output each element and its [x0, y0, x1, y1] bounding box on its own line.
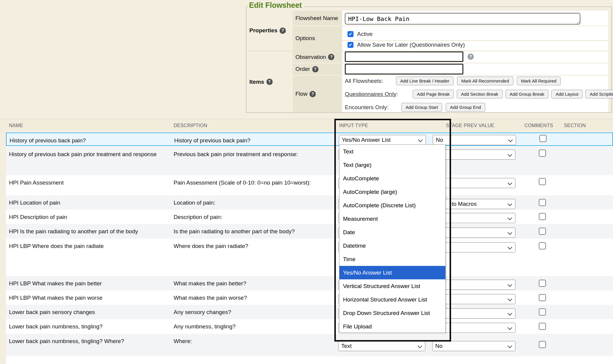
help-icon[interactable]: ? [280, 28, 286, 34]
row-description: History of previous back pain? [174, 136, 330, 144]
comments-checkbox[interactable] [539, 199, 546, 206]
comments-checkbox[interactable] [539, 213, 546, 220]
comments-checkbox[interactable] [539, 341, 546, 348]
comments-checkbox[interactable] [539, 280, 546, 287]
dropdown-option[interactable]: Time [339, 252, 445, 266]
comments-checkbox[interactable] [539, 294, 546, 301]
comments-checkbox[interactable] [539, 150, 546, 157]
table-row[interactable]: HPI LBP What makes the pain worseWhat ma… [6, 290, 613, 305]
observation-label: Observation ? [293, 51, 345, 63]
items-section-label: Items ? [246, 51, 296, 112]
order-input[interactable] [345, 64, 463, 74]
comments-checkbox[interactable] [539, 323, 546, 330]
flow-button[interactable]: Add Line Break / Header [396, 77, 453, 85]
dropdown-option[interactable]: Vertical Structured Answer List [339, 279, 445, 293]
row-name: HPI Location of pain [9, 199, 164, 207]
column-header-stage-prev-value: STAGE PREV VALUE [446, 123, 494, 128]
row-description: Description of pain: [174, 213, 330, 221]
flow-button[interactable]: Add Scriptlet [585, 90, 613, 98]
dropdown-option[interactable]: Yes/No Answer List [339, 266, 445, 279]
row-description: Is the pain radiating to another part of… [174, 227, 330, 235]
flow-button[interactable]: Add Group Break [506, 90, 549, 98]
dropdown-option[interactable]: Text (large) [339, 158, 445, 172]
help-icon[interactable]: ? [328, 54, 334, 60]
chevron-down-icon [508, 297, 512, 301]
help-icon[interactable]: ? [266, 79, 273, 85]
flow-line-questionnaires-only: Questionnaires Only: Add Page BreakAdd S… [345, 90, 613, 98]
flow-button[interactable]: Add Group Start [401, 103, 442, 112]
checked-checkbox[interactable]: ✔ [348, 31, 353, 37]
dropdown-option[interactable]: Horizontal Structured Answer List [339, 293, 445, 306]
input-type-select[interactable]: Yes/No Answer List [339, 135, 426, 145]
help-icon[interactable]: ? [309, 91, 316, 97]
dropdown-option[interactable]: AutoComplete [339, 172, 445, 185]
column-header-name: NAME [9, 123, 23, 128]
checked-checkbox[interactable]: ✔ [348, 42, 353, 48]
chevron-down-icon [508, 202, 512, 206]
flow-button[interactable]: Add Group End [446, 103, 485, 112]
items-table-body: History of previous back pain?History of… [6, 132, 613, 364]
order-label: Order ? [293, 63, 345, 75]
row-name: Lower back pain sensory changes [9, 308, 164, 316]
stage-prev-select[interactable]: No [432, 341, 515, 351]
row-name: Lower back pain numbness, tingling? Wher… [9, 337, 164, 345]
dropdown-option[interactable]: File Upload [339, 320, 445, 333]
comments-checkbox[interactable] [539, 242, 546, 249]
stage-prev-select[interactable]: No [433, 135, 516, 145]
edit-flowsheet-page: Edit Flowsheet Properties ? Items ? Flow… [0, 0, 613, 364]
row-description: Where: [174, 337, 330, 345]
table-row[interactable]: HPI Description of painDescription of pa… [6, 210, 613, 224]
dropdown-option[interactable]: Text [339, 145, 445, 158]
comments-checkbox[interactable] [539, 135, 547, 142]
flow-group-label: Questionnaires Only: [345, 91, 409, 98]
chevron-down-icon [508, 216, 512, 220]
flow-button[interactable]: Add Layout [551, 90, 582, 98]
properties-section-label: Properties ? [246, 11, 296, 50]
row-description: Any sensory changes? [174, 308, 330, 316]
row-description: Previous back pain prior treatment and r… [174, 150, 330, 158]
input-type-select[interactable]: Text [338, 341, 425, 351]
dropdown-option[interactable]: AutoComplete (Discrete List) [339, 199, 445, 212]
dropdown-option[interactable]: Datetime [339, 239, 445, 252]
row-name: HPI Description of pain [9, 213, 164, 221]
table-row[interactable]: History of previous back pain prior trea… [6, 147, 613, 175]
input-type-dropdown: TextText (large)AutoCompleteAutoComplete… [339, 144, 446, 333]
flow-line-all-flowsheets: All Flowsheets: Add Line Break / HeaderM… [345, 77, 561, 85]
dropdown-option[interactable]: Measurement [339, 212, 445, 226]
help-icon[interactable]: ? [468, 54, 474, 60]
row-name: HPI LBP What makes the pain worse [9, 294, 164, 302]
comments-checkbox[interactable] [539, 178, 546, 185]
table-row[interactable]: History of previous back pain?History of… [6, 132, 613, 146]
table-row[interactable]: HPI Location of painLocation of pain:to … [6, 195, 613, 210]
table-row[interactable]: Lower back pain sensory changesAny senso… [6, 305, 613, 319]
options-divider [342, 40, 608, 41]
table-row[interactable]: Lower back pain numbness, tingling? Wher… [6, 334, 613, 356]
chevron-down-icon [508, 230, 512, 235]
row-description: Location of pain: [174, 199, 330, 207]
flow-button[interactable]: Mark All Required [517, 77, 561, 85]
dropdown-option[interactable]: Date [339, 226, 445, 239]
table-row[interactable]: HPI LBP Where does the pain radiateWhere… [6, 239, 613, 276]
table-row[interactable]: HPI LBP What makes the pain betterWhat m… [6, 276, 613, 290]
table-row[interactable]: Lower back pain numbness, tingling?Any n… [6, 319, 613, 334]
flow-button[interactable]: Add Page Break [413, 90, 454, 98]
dropdown-option[interactable]: AutoComplete (large) [339, 185, 445, 199]
page-title: Edit Flowsheet [248, 1, 304, 10]
flow-button[interactable]: Mark All Recommended [457, 77, 513, 85]
row-name: HPI Pain Assessment [9, 179, 164, 187]
row-description: Any numbness, tingling? [174, 322, 330, 331]
help-icon[interactable]: ? [312, 66, 318, 72]
allow-save-option-label: Allow Save for Later (Questionnaires Onl… [357, 42, 465, 48]
comments-checkbox[interactable] [539, 308, 546, 316]
chevron-down-icon [508, 344, 512, 348]
table-row[interactable]: HPI Is the pain radiating to another par… [6, 224, 613, 239]
column-header-input-type: INPUT TYPE [339, 123, 368, 128]
flow-button[interactable]: Add Section Break [457, 90, 502, 98]
flowsheet-name-input[interactable]: HPI-Low Back Pain [345, 13, 580, 25]
row-name: HPI Is the pain radiating to another par… [9, 227, 164, 235]
table-row[interactable]: HPI Pain AssessmentPain Assessment (Scal… [6, 175, 613, 195]
observation-input[interactable] [345, 51, 463, 62]
dropdown-option[interactable]: Drop Down Structured Answer List [339, 306, 445, 320]
chevron-down-icon [508, 282, 512, 287]
comments-checkbox[interactable] [539, 228, 546, 235]
